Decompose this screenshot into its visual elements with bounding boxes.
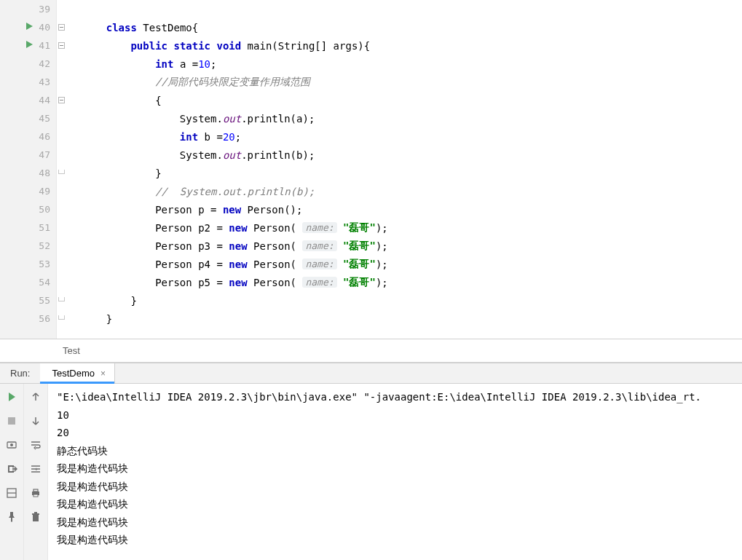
run-content-area: "E:\idea\IntelliJ IDEA 2019.2.3\jbr\bin\… bbox=[0, 384, 742, 560]
code-kw: int bbox=[180, 131, 198, 143]
code-line[interactable]: Person p5 = new Person( name: "磊哥"); bbox=[57, 273, 742, 291]
line-number: 44 bbox=[33, 95, 50, 106]
code-num: 10 bbox=[198, 58, 210, 70]
gutter-row[interactable]: 48 bbox=[0, 164, 56, 182]
layout-button[interactable] bbox=[4, 486, 19, 500]
fold-end-icon[interactable] bbox=[58, 170, 65, 174]
gutter-row[interactable]: 40 bbox=[0, 18, 56, 36]
gutter-row[interactable]: 42 bbox=[0, 55, 56, 73]
gutter-row[interactable]: 50 bbox=[0, 200, 56, 218]
code-param-hint: name: bbox=[302, 222, 336, 233]
code-param-hint: name: bbox=[302, 240, 336, 251]
fold-end-icon[interactable] bbox=[58, 315, 65, 320]
code-line[interactable]: } bbox=[57, 291, 742, 309]
close-icon[interactable]: × bbox=[99, 368, 107, 379]
line-number: 41 bbox=[33, 40, 50, 51]
run-toolbar-left bbox=[0, 384, 24, 560]
print-button[interactable] bbox=[28, 486, 43, 500]
line-number: 48 bbox=[33, 167, 50, 178]
code-line[interactable]: int b =20; bbox=[57, 127, 742, 146]
gutter-row[interactable]: 55 bbox=[0, 291, 56, 309]
console-output[interactable]: "E:\idea\IntelliJ IDEA 2019.2.3\jbr\bin\… bbox=[48, 384, 742, 560]
dump-threads-button[interactable] bbox=[4, 438, 19, 452]
code-static-it: out bbox=[223, 149, 241, 161]
code-line[interactable]: System.out.println(b); bbox=[57, 146, 742, 164]
svg-rect-9 bbox=[33, 494, 38, 497]
line-number: 55 bbox=[33, 295, 50, 306]
editor-area: 394041424344454647484950515253545556 cla… bbox=[0, 0, 742, 339]
console-line: 静态代码块 bbox=[57, 442, 733, 460]
code-text: Person p5 = bbox=[82, 277, 229, 288]
gutter-row[interactable]: 53 bbox=[0, 255, 56, 273]
code-line[interactable]: Person p2 = new Person( name: "磊哥"); bbox=[57, 218, 742, 237]
editor-gutter: 394041424344454647484950515253545556 bbox=[0, 0, 57, 339]
code-text: Person p = bbox=[82, 204, 223, 216]
svg-point-4 bbox=[10, 443, 13, 446]
fold-collapse-icon[interactable] bbox=[58, 42, 65, 49]
code-kw: public bbox=[130, 40, 167, 52]
code-str: "磊哥" bbox=[343, 258, 376, 271]
gutter-row[interactable]: 47 bbox=[0, 146, 56, 164]
gutter-row[interactable]: 49 bbox=[0, 182, 56, 200]
fold-collapse-icon[interactable] bbox=[58, 97, 65, 103]
clear-button[interactable] bbox=[28, 510, 43, 524]
code-text bbox=[167, 40, 173, 52]
code-str: "磊哥" bbox=[343, 240, 376, 253]
soft-wrap-button[interactable] bbox=[28, 438, 43, 452]
code-text: Person( bbox=[248, 259, 303, 270]
gutter-row[interactable]: 54 bbox=[0, 273, 56, 291]
gutter-row[interactable]: 52 bbox=[0, 237, 56, 255]
code-line[interactable]: //局部代码块限定变量作用域范围 bbox=[57, 73, 742, 91]
stop-button[interactable] bbox=[4, 414, 19, 428]
fold-end-icon[interactable] bbox=[58, 297, 65, 301]
run-panel: Run: TestDemo × bbox=[0, 363, 742, 560]
console-line: 我是构造代码块 bbox=[57, 531, 733, 549]
gutter-row[interactable]: 51 bbox=[0, 218, 56, 237]
gutter-row[interactable]: 41 bbox=[0, 36, 56, 55]
code-static-it: out bbox=[223, 113, 241, 125]
code-line[interactable]: Person p4 = new Person( name: "磊哥"); bbox=[57, 255, 742, 273]
gutter-row[interactable]: 45 bbox=[0, 109, 56, 127]
run-gutter-icon[interactable] bbox=[25, 22, 33, 31]
code-line[interactable]: System.out.println(a); bbox=[57, 109, 742, 127]
code-text: .println(b); bbox=[241, 149, 315, 161]
gutter-row[interactable]: 44 bbox=[0, 91, 56, 109]
gutter-row[interactable]: 43 bbox=[0, 73, 56, 91]
code-kw-new: new bbox=[229, 222, 247, 234]
scroll-down-button[interactable] bbox=[28, 414, 43, 428]
code-line[interactable]: } bbox=[57, 164, 742, 182]
code-text: ; bbox=[235, 131, 241, 143]
breadcrumb[interactable]: Test bbox=[0, 339, 742, 363]
code-cmt: // System.out.println(b); bbox=[155, 186, 315, 197]
code-text bbox=[82, 131, 180, 143]
gutter-row[interactable]: 56 bbox=[0, 309, 56, 328]
console-line: 我是构造代码块 bbox=[57, 513, 733, 532]
code-line[interactable]: Person p3 = new Person( name: "磊哥"); bbox=[57, 237, 742, 255]
pin-button[interactable] bbox=[4, 510, 19, 524]
code-line[interactable] bbox=[57, 0, 742, 18]
scroll-up-button[interactable] bbox=[28, 390, 43, 404]
code-text bbox=[82, 58, 155, 70]
rerun-button[interactable] bbox=[4, 390, 19, 404]
breadcrumb-item[interactable]: Test bbox=[63, 345, 80, 356]
exit-button[interactable] bbox=[4, 462, 19, 476]
code-line[interactable]: class TestDemo{ bbox=[57, 18, 742, 36]
code-column[interactable]: class TestDemo{ public static void main(… bbox=[57, 0, 742, 339]
gutter-row[interactable]: 39 bbox=[0, 0, 56, 18]
console-line: 10 bbox=[57, 406, 733, 425]
code-line[interactable]: int a =10; bbox=[57, 55, 742, 73]
run-gutter-icon[interactable] bbox=[25, 40, 33, 49]
code-line[interactable]: public static void main(String[] args){ bbox=[57, 36, 742, 55]
code-line[interactable]: { bbox=[57, 91, 742, 109]
fold-collapse-icon[interactable] bbox=[58, 24, 65, 31]
code-line[interactable]: } bbox=[57, 309, 742, 328]
code-text bbox=[82, 186, 155, 197]
code-line[interactable]: // System.out.println(b); bbox=[57, 182, 742, 200]
scroll-to-end-button[interactable] bbox=[28, 462, 43, 476]
gutter-row[interactable]: 46 bbox=[0, 127, 56, 146]
code-text bbox=[337, 240, 343, 252]
code-lines[interactable]: class TestDemo{ public static void main(… bbox=[57, 0, 742, 328]
svg-rect-2 bbox=[8, 417, 15, 425]
run-tab[interactable]: TestDemo × bbox=[40, 363, 115, 383]
code-line[interactable]: Person p = new Person(); bbox=[57, 200, 742, 218]
